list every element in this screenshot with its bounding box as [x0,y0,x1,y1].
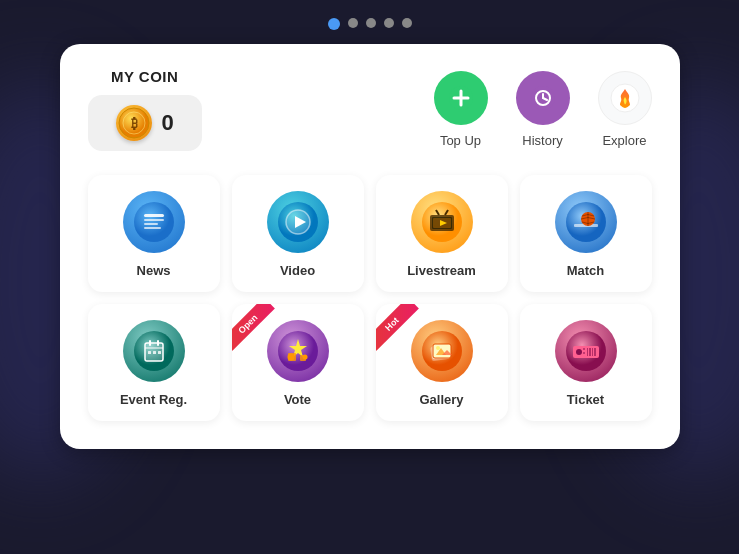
livestream-icon [411,191,473,253]
coin-icon: ₿ [116,105,152,141]
svg-point-51 [436,346,440,350]
livestream-label: Livestream [407,263,476,278]
ticket-icon [555,320,617,382]
svg-rect-37 [158,351,161,354]
grid-item-event[interactable]: Event Reg. [88,304,220,421]
news-label: News [137,263,171,278]
history-button[interactable]: History [516,71,570,148]
svg-point-11 [134,202,174,242]
svg-rect-42 [288,353,296,361]
grid-item-match[interactable]: Match [520,175,652,292]
explore-button[interactable]: Explore [598,71,652,148]
pagination-dot-1[interactable] [328,18,340,30]
event-label: Event Reg. [120,392,187,407]
coin-amount: 0 [162,110,174,136]
history-icon [516,71,570,125]
svg-rect-14 [144,223,158,225]
match-icon [555,191,617,253]
news-icon [123,191,185,253]
pagination-dots [328,18,412,30]
topup-button[interactable]: Top Up [434,71,488,148]
my-coin-section: MY COIN ₿ [88,68,652,151]
svg-rect-59 [594,348,596,356]
svg-rect-35 [148,351,151,354]
svg-rect-57 [589,348,591,356]
match-label: Match [567,263,605,278]
grid-item-news[interactable]: News [88,175,220,292]
coin-left: MY COIN ₿ [88,68,202,151]
svg-rect-13 [144,219,164,221]
event-icon [123,320,185,382]
svg-rect-34 [145,347,163,349]
coin-actions: Top Up History [434,71,652,148]
history-label: History [522,133,562,148]
vote-label: Vote [284,392,311,407]
grid-item-video[interactable]: Video [232,175,364,292]
pagination-dot-4[interactable] [384,18,394,28]
ticket-label: Ticket [567,392,604,407]
svg-point-54 [576,349,582,355]
pagination-dot-2[interactable] [348,18,358,28]
grid-item-vote[interactable]: Open [232,304,364,421]
video-icon [267,191,329,253]
svg-rect-43 [300,355,306,361]
video-label: Video [280,263,315,278]
coin-balance: ₿ 0 [88,95,202,151]
grid-item-ticket[interactable]: Ticket [520,304,652,421]
grid-item-gallery[interactable]: Hot [376,304,508,421]
main-card: MY COIN ₿ [60,44,680,449]
explore-icon [598,71,652,125]
vote-icon [267,320,329,382]
svg-rect-15 [144,227,161,229]
pagination-dot-5[interactable] [402,18,412,28]
svg-rect-36 [153,351,156,354]
svg-rect-58 [592,348,593,356]
grid-section: News Video [88,175,652,421]
svg-text:₿: ₿ [130,116,137,131]
topup-label: Top Up [440,133,481,148]
coin-title: MY COIN [111,68,178,85]
gallery-icon [411,320,473,382]
grid-item-livestream[interactable]: Livestream [376,175,508,292]
svg-rect-56 [587,348,588,356]
svg-rect-12 [144,214,164,217]
pagination-dot-3[interactable] [366,18,376,28]
topup-icon [434,71,488,125]
explore-label: Explore [602,133,646,148]
gallery-label: Gallery [419,392,463,407]
